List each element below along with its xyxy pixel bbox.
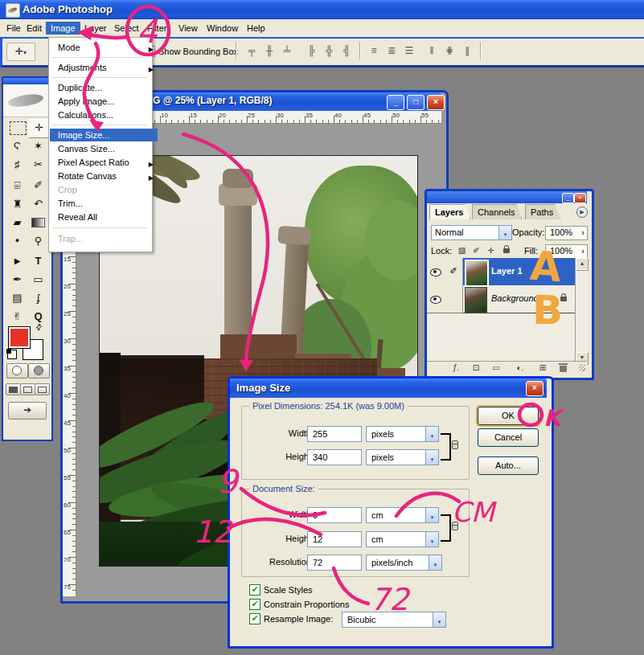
menu-item-apply-image[interactable]: Apply Image... bbox=[50, 95, 158, 108]
chevron-down-icon[interactable] bbox=[425, 532, 438, 547]
palette-scrollbar[interactable]: ▲ ▼ bbox=[575, 258, 588, 363]
gradient-tool[interactable] bbox=[28, 214, 48, 231]
standard-mode-button[interactable] bbox=[6, 363, 28, 379]
new-layer-icon[interactable]: ⊞ bbox=[536, 362, 549, 373]
magic-wand-tool[interactable]: ✶ bbox=[28, 137, 48, 154]
menu-item-canvas-size[interactable]: Canvas Size... bbox=[50, 142, 158, 155]
fullscreen-mode-button[interactable] bbox=[35, 383, 50, 395]
pixel-height-unit-select[interactable]: pixels bbox=[366, 449, 439, 465]
chevron-down-icon[interactable] bbox=[425, 450, 438, 465]
lock-all-icon[interactable] bbox=[503, 248, 510, 253]
quick-mask-mode-button[interactable] bbox=[28, 363, 50, 379]
crop-tool[interactable]: ♯ bbox=[7, 156, 27, 173]
chevron-down-icon[interactable] bbox=[498, 226, 511, 239]
lock-transparency-icon[interactable]: ▨ bbox=[456, 244, 468, 256]
auto-button[interactable]: Auto... bbox=[478, 456, 539, 475]
align-left-icon[interactable]: ╠ bbox=[303, 43, 319, 58]
chevron-down-icon[interactable] bbox=[425, 427, 438, 441]
blur-tool[interactable]: ● bbox=[7, 232, 27, 249]
layer-row-background[interactable]: Background bbox=[427, 285, 575, 313]
layer-row-layer1[interactable]: ✐ Layer 1 bbox=[427, 258, 575, 285]
brush-tool[interactable]: ✐ bbox=[28, 177, 48, 194]
align-hcenter-icon[interactable]: ╬ bbox=[321, 43, 337, 58]
distribute-hcenter-icon[interactable]: ⋕ bbox=[441, 43, 457, 58]
layer-name[interactable]: Background bbox=[491, 293, 539, 303]
eye-icon[interactable] bbox=[430, 296, 441, 304]
palette-minimize-button[interactable]: _ bbox=[562, 193, 574, 203]
scale-styles-checkbox[interactable]: ✔ bbox=[249, 584, 260, 596]
doc-width-unit-select[interactable]: cm bbox=[366, 507, 439, 523]
distribute-left-icon[interactable]: ‖ bbox=[424, 43, 440, 58]
path-selection-tool[interactable]: ▶ bbox=[7, 252, 27, 269]
menu-item-rotate-canvas[interactable]: Rotate Canvas▶ bbox=[50, 170, 158, 182]
active-tool-chip[interactable]: ✛▾ bbox=[6, 43, 35, 61]
clone-stamp-tool[interactable]: ♜ bbox=[7, 195, 27, 212]
pen-tool[interactable]: ✒ bbox=[7, 271, 27, 288]
palette-close-button[interactable]: × bbox=[574, 193, 586, 203]
constrain-proportions-checkbox[interactable]: ✔ bbox=[249, 599, 260, 610]
visibility-cell[interactable] bbox=[427, 285, 445, 313]
eye-icon[interactable] bbox=[430, 268, 441, 276]
distribute-top-icon[interactable]: ≡ bbox=[366, 43, 382, 58]
delete-layer-icon[interactable] bbox=[560, 366, 567, 372]
maximize-button[interactable]: □ bbox=[407, 95, 425, 110]
edit-in-imageready-button[interactable]: ➔ bbox=[8, 402, 47, 420]
layer-name[interactable]: Layer 1 bbox=[491, 266, 523, 276]
link-cell[interactable]: ✐ bbox=[445, 258, 463, 286]
menu-edit[interactable]: Edit bbox=[22, 22, 47, 35]
menu-item-trim[interactable]: Trim... bbox=[50, 197, 158, 210]
new-group-icon[interactable]: ▭ bbox=[490, 362, 502, 373]
menu-item-mode[interactable]: Mode▶ bbox=[50, 41, 158, 54]
pixel-height-input[interactable]: 340 bbox=[307, 449, 362, 465]
eraser-tool[interactable]: ▰ bbox=[7, 214, 27, 231]
dialog-title-bar[interactable]: Image Size × bbox=[230, 379, 547, 398]
default-colors-icon[interactable] bbox=[7, 350, 17, 359]
move-tool[interactable]: ✛ bbox=[28, 119, 50, 137]
align-bottom-icon[interactable]: ╧ bbox=[279, 43, 295, 58]
tab-layers[interactable]: Layers bbox=[429, 204, 470, 219]
tab-paths[interactable]: Paths bbox=[525, 204, 560, 219]
blend-mode-select[interactable]: Normal bbox=[431, 225, 512, 240]
menu-item-calculations[interactable]: Calculations... bbox=[50, 108, 158, 121]
lock-position-icon[interactable]: ✛ bbox=[485, 244, 497, 256]
resample-image-checkbox[interactable]: ✔ bbox=[249, 613, 260, 624]
chevron-down-icon[interactable] bbox=[433, 612, 445, 627]
resolution-unit-select[interactable]: pixels/inch bbox=[366, 555, 442, 571]
align-top-icon[interactable]: ╤ bbox=[244, 43, 260, 58]
layer-style-icon[interactable]: ƒ. bbox=[449, 362, 462, 373]
menu-item-pixel-aspect-ratio[interactable]: Pixel Aspect Ratio▶ bbox=[50, 156, 158, 169]
notes-tool[interactable]: ▤ bbox=[7, 289, 27, 306]
menu-item-duplicate[interactable]: Duplicate... bbox=[50, 81, 158, 94]
layer-thumbnail[interactable] bbox=[465, 260, 489, 287]
distribute-right-icon[interactable]: ∥ bbox=[459, 43, 475, 58]
lock-pixels-icon[interactable]: ✐ bbox=[470, 244, 482, 256]
layer-mask-icon[interactable]: ⊡ bbox=[470, 362, 482, 373]
menu-view[interactable]: View bbox=[174, 22, 203, 35]
resample-method-select[interactable]: Bicubic bbox=[342, 612, 446, 628]
healing-brush-tool[interactable]: ⌹ bbox=[7, 177, 27, 194]
distribute-bottom-icon[interactable]: ☰ bbox=[401, 43, 417, 58]
chevron-down-icon[interactable] bbox=[429, 555, 441, 570]
doc-height-unit-select[interactable]: cm bbox=[366, 531, 439, 547]
menu-item-image-size[interactable]: Image Size... bbox=[50, 129, 158, 141]
doc-width-input[interactable]: 9 bbox=[307, 507, 362, 523]
eyedropper-tool[interactable]: ʄ bbox=[28, 289, 48, 306]
menu-filter[interactable]: Filter bbox=[142, 22, 171, 35]
foreground-color-swatch[interactable] bbox=[8, 326, 31, 349]
resolution-input[interactable]: 72 bbox=[307, 555, 362, 571]
palette-menu-button[interactable]: ▶ bbox=[576, 207, 588, 218]
rectangular-marquee-tool[interactable] bbox=[10, 121, 27, 135]
dodge-tool[interactable]: ⚲ bbox=[28, 232, 48, 249]
layer-thumbnail[interactable] bbox=[465, 287, 487, 313]
menu-select[interactable]: Select bbox=[109, 22, 144, 35]
align-right-icon[interactable]: ╣ bbox=[338, 43, 355, 58]
fullscreen-menubar-mode-button[interactable] bbox=[20, 383, 35, 395]
menu-item-adjustments[interactable]: Adjustments▶ bbox=[50, 61, 158, 74]
tab-channels[interactable]: Channels bbox=[472, 204, 522, 219]
menu-item-reveal-all[interactable]: Reveal All bbox=[50, 211, 158, 223]
ok-button[interactable]: OK bbox=[478, 407, 539, 425]
resize-grip[interactable] bbox=[579, 364, 585, 371]
history-brush-tool[interactable]: ↶ bbox=[28, 195, 48, 212]
type-tool[interactable]: T bbox=[28, 252, 48, 269]
close-button[interactable]: × bbox=[427, 95, 445, 110]
